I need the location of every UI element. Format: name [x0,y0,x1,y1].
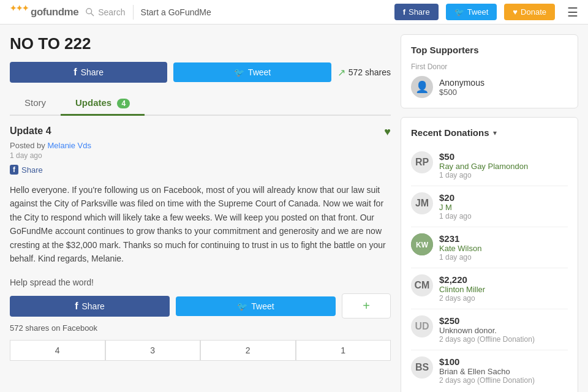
shares-number: 572 shares [349,67,391,77]
bottom-twitter-icon: 🐦 [237,301,247,311]
search-icon [86,8,94,17]
first-donor-label: First Donor [411,62,568,71]
donation-amount-rp: $50 [439,151,568,162]
page-num-3[interactable]: 3 [105,340,201,361]
right-column: Top Supporters First Donor 👤 Anonymous $… [401,34,578,392]
share-fb-button[interactable]: f Share [10,62,167,83]
donation-amount-bs: $100 [439,356,568,367]
donation-time-kw: 1 day ago [439,253,568,262]
start-gofundme-link[interactable]: Start a GoFundMe [141,7,211,17]
page-num-2[interactable]: 2 [200,340,296,361]
trending-icon: ↗ [337,67,345,78]
header-donate-button[interactable]: ♥ Donate [504,4,555,20]
bottom-share-fb-button[interactable]: f Share [10,296,170,317]
shares-count: ↗ 572 shares [337,67,391,78]
donation-item-jm: JM $20 J M 1 day ago [411,186,568,227]
donor-avatar-ud: UD [411,315,433,337]
donor-avatar-cm: CM [411,274,433,296]
donation-info-ud: $250 Unknown donor. 2 days ago (Offline … [439,315,568,344]
svg-point-0 [86,8,92,13]
tab-updates[interactable]: Updates 4 [61,91,145,116]
top-supporters-card: Top Supporters First Donor 👤 Anonymous $… [401,34,578,108]
bottom-share-label: Share [81,301,104,311]
donation-info-jm: $20 J M 1 day ago [439,192,568,221]
update-body: Hello everyone. If you're following us o… [10,183,391,265]
donation-amount-kw: $231 [439,233,568,244]
search-box[interactable]: Search [86,7,125,17]
twitter-tweet-icon: 🐦 [234,67,244,77]
twitter-icon: 🐦 [454,7,464,17]
donor-avatar-jm: JM [411,192,433,214]
recent-donations-card: Recent Donations ▾ RP $50 Ray and Gay Pl… [401,117,578,392]
donation-item-kw: KW $231 Kate Wilson 1 day ago [411,227,568,268]
posted-prefix: Posted by [10,141,45,150]
share-fb-label: Share [81,67,104,77]
donation-time-rp: 1 day ago [439,171,568,179]
donation-name-kw: Kate Wilson [439,244,568,253]
donation-time-jm: 1 day ago [439,212,568,221]
poster-link[interactable]: Melanie Vds [47,141,91,150]
fb-inline-icon: f [10,165,18,175]
donation-info-cm: $2,220 Clinton Miller 2 days ago [439,274,568,303]
header-tweet-label: Tweet [467,7,489,17]
page-num-1[interactable]: 1 [296,340,391,361]
page-num-4[interactable]: 4 [10,340,105,361]
svg-line-1 [91,13,94,15]
tweet-button[interactable]: 🐦 Tweet [173,62,331,82]
donation-item-bs: BS $100 Brian & Ellen Sacho 2 days ago (… [411,350,568,391]
header-share-button[interactable]: f Share [394,4,439,20]
donation-time-ud: 2 days ago (Offline Donation) [439,335,568,344]
fb-icon: f [403,7,405,17]
left-column: NO TO 222 f Share 🐦 Tweet ↗ 572 shares S… [10,34,391,392]
donation-item-rp: RP $50 Ray and Gay Plamondon 1 day ago [411,145,568,186]
donation-name-jm: J M [439,203,568,212]
content-tabs: Story Updates 4 [10,91,391,116]
recent-donations-title: Recent Donations [411,127,489,138]
posted-by: Posted by Melanie Vds [10,141,391,150]
donation-info-bs: $100 Brian & Ellen Sacho 2 days ago (Off… [439,356,568,385]
header-tweet-button[interactable]: 🐦 Tweet [446,4,497,20]
tab-updates-label: Updates [75,97,111,108]
donation-info-kw: $231 Kate Wilson 1 day ago [439,233,568,262]
logo-text: gofundme [31,6,78,18]
header-divider [133,5,134,20]
donation-amount-ud: $250 [439,315,568,326]
bottom-social-row: f Share 🐦 Tweet + [10,293,391,318]
header-donate-label: Donate [521,7,546,17]
svg-text:KW: KW [416,241,429,249]
tab-story[interactable]: Story [10,91,61,115]
first-donor-info: Anonymous $500 [439,78,484,97]
donation-amount-cm: $2,220 [439,274,568,285]
page-numbers: 4 3 2 1 [10,340,391,361]
page-header: ✦✦✦ gofundme Search Start a GoFundMe f S… [0,0,588,24]
help-spread-text: Help spread the word! [10,277,391,287]
logo[interactable]: ✦✦✦ gofundme [10,6,78,18]
top-supporters-title: Top Supporters [411,45,568,55]
update-timestamp: 1 day ago [10,151,391,160]
donation-name-cm: Clinton Miller [439,285,568,294]
first-donor-row: 👤 Anonymous $500 [411,76,568,98]
tweet-label: Tweet [248,67,271,77]
donor-avatar-kw: KW [411,233,433,255]
fb-share-link-label: Share [21,165,43,175]
bottom-tweet-label: Tweet [251,301,274,311]
update-header: Update 4 ♥ [10,126,391,138]
social-share-row: f Share 🐦 Tweet ↗ 572 shares [10,62,391,83]
page-title: NO TO 222 [10,34,391,53]
first-donor-avatar: 👤 [411,76,433,98]
recent-donations-dropdown-icon[interactable]: ▾ [493,129,497,137]
donation-amount-jm: $20 [439,192,568,203]
donation-time-cm: 2 days ago [439,294,568,303]
fb-share-icon: f [74,67,77,78]
bottom-plus-button[interactable]: + [342,293,391,318]
logo-sun-icon: ✦✦✦ [10,4,28,13]
donation-name-rp: Ray and Gay Plamondon [439,162,568,171]
bottom-tweet-button[interactable]: 🐦 Tweet [176,296,336,316]
hamburger-menu[interactable]: ☰ [567,5,578,20]
fb-share-link[interactable]: f Share [10,165,391,175]
heart-icon[interactable]: ♥ [384,126,391,138]
donor-avatar-bs: BS [411,356,433,379]
search-label: Search [98,7,125,17]
bottom-fb-icon: f [75,301,78,312]
donation-time-bs: 2 days ago (Offline Donation) [439,376,568,385]
